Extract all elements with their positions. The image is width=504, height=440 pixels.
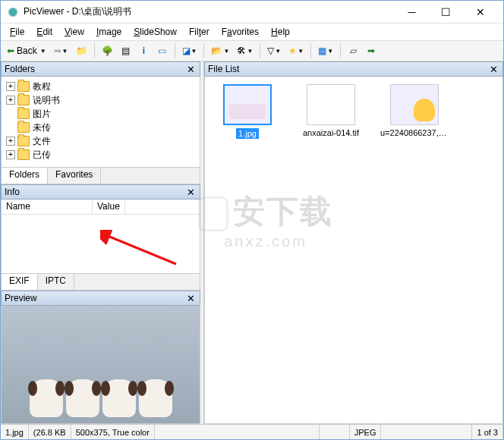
- menu-filter[interactable]: Filter: [183, 25, 216, 39]
- folder-icon: [17, 122, 30, 133]
- toolbar: ⬅ Back ▼ ➡▼ 📁 🌳 ▤ i ▭ ◪▼ 📂▼ 🛠▼ ▽▼ ★▼ ▦▼ …: [1, 40, 503, 61]
- file-list[interactable]: 1.jpg anxaizai-014.tif u=2240866237,2...: [204, 77, 503, 424]
- tree-node[interactable]: 图片: [3, 107, 198, 121]
- info-grid: Name Value: [1, 200, 200, 274]
- folder-icon: [17, 108, 30, 119]
- slide-icon: ▱: [350, 46, 357, 56]
- file-thumb[interactable]: 1.jpg: [213, 84, 282, 139]
- folder-icon: [17, 149, 30, 160]
- menu-view[interactable]: View: [58, 25, 90, 39]
- tab-exif[interactable]: EXIF: [2, 274, 38, 290]
- up-folder-icon: 📁: [76, 46, 87, 56]
- thumb-label: u=2240866237,2...: [380, 128, 449, 137]
- action2-button[interactable]: ➡: [363, 42, 380, 59]
- app-icon: [7, 6, 19, 18]
- expand-icon[interactable]: +: [6, 150, 15, 159]
- status-size: (26.8 KB: [29, 425, 71, 439]
- tool-button[interactable]: 🛠▼: [234, 42, 256, 59]
- folders-close-icon[interactable]: ✕: [184, 63, 197, 75]
- preview-close-icon[interactable]: ✕: [184, 292, 197, 304]
- info-title: Info: [5, 187, 184, 197]
- folders-header: Folders ✕: [1, 61, 200, 77]
- tree-node[interactable]: 未传: [3, 121, 198, 134]
- title-bar: PicViewer - D:\桌面\说明书 ─ ☐ ✕: [1, 1, 503, 24]
- thumb-image: [307, 84, 355, 125]
- close-button[interactable]: ✕: [463, 2, 497, 23]
- folder-icon: [17, 136, 30, 146]
- tool-icon: 🛠: [237, 46, 246, 56]
- menu-image[interactable]: Image: [90, 25, 128, 39]
- preview-header: Preview ✕: [1, 291, 200, 306]
- tab-favorites[interactable]: Favorites: [48, 168, 101, 184]
- status-bar: 1.jpg (26.8 KB 500x375, True color JPEG …: [1, 424, 503, 439]
- menu-bar: File Edit View Image SlideShow Filter Fa…: [1, 24, 503, 40]
- file-thumb[interactable]: anxaizai-014.tif: [296, 84, 366, 137]
- maximize-button[interactable]: ☐: [429, 2, 463, 23]
- thumb-image: [390, 84, 439, 125]
- info-close-icon[interactable]: ✕: [184, 186, 197, 198]
- info-button[interactable]: i: [136, 42, 153, 59]
- forward-button[interactable]: ➡▼: [51, 42, 71, 59]
- status-file: 1.jpg: [1, 425, 29, 439]
- left-tabs: Folders Favorites: [1, 168, 200, 184]
- expand-icon[interactable]: +: [6, 96, 15, 105]
- preview-icon: ▭: [158, 46, 166, 56]
- tree-button[interactable]: 🌳: [99, 42, 116, 59]
- folder-icon: [17, 81, 30, 92]
- info-col-value[interactable]: Value: [93, 200, 125, 214]
- forward-arrow-icon: ➡: [54, 46, 61, 56]
- menu-help[interactable]: Help: [265, 25, 296, 39]
- tree-icon: 🌳: [102, 46, 113, 56]
- file-thumb[interactable]: u=2240866237,2...: [380, 84, 449, 137]
- up-button[interactable]: 📁: [73, 42, 90, 59]
- preview-panel: Preview ✕: [1, 291, 200, 424]
- info-col-name[interactable]: Name: [2, 200, 93, 214]
- thumb-image: [223, 84, 272, 125]
- preview-image[interactable]: [1, 306, 200, 424]
- list-button[interactable]: ▤: [118, 42, 134, 59]
- folders-title: Folders: [5, 64, 184, 74]
- back-button[interactable]: ⬅ Back ▼: [4, 42, 49, 59]
- status-dims: 500x375, True color: [71, 425, 155, 439]
- back-arrow-icon: ⬅: [7, 46, 14, 56]
- menu-slideshow[interactable]: SlideShow: [128, 25, 183, 39]
- info-tabs: EXIF IPTC: [1, 274, 200, 291]
- right-column: File List ✕ 1.jpg anxaizai-014.tif u=224…: [203, 61, 503, 424]
- preview-button[interactable]: ▭: [154, 42, 171, 59]
- info-header: Info ✕: [1, 184, 200, 200]
- tab-iptc[interactable]: IPTC: [38, 274, 74, 290]
- tree-node[interactable]: +文件: [3, 134, 198, 148]
- folder-tree[interactable]: +教程 +说明书 图片 未传 +文件 +已传: [1, 77, 200, 168]
- status-prog1: [320, 425, 350, 439]
- thumbs-button[interactable]: ▦▼: [315, 42, 336, 59]
- expand-icon[interactable]: +: [6, 82, 15, 91]
- window-title: PicViewer - D:\桌面\说明书: [24, 5, 395, 18]
- thumb-label: 1.jpg: [236, 128, 259, 139]
- view-icon: ◪: [182, 46, 191, 56]
- annotation-arrow-icon: [100, 230, 184, 268]
- expand-icon[interactable]: +: [6, 137, 15, 146]
- menu-edit[interactable]: Edit: [30, 25, 58, 39]
- info-icon: i: [143, 46, 145, 56]
- go-icon: ➡: [367, 46, 375, 56]
- star-icon: ★: [288, 46, 297, 56]
- tree-node[interactable]: +已传: [3, 148, 198, 162]
- dropdown-icon: ▼: [40, 48, 46, 55]
- status-count: 1 of 3: [472, 425, 503, 439]
- main-area: Folders ✕ +教程 +说明书 图片 未传 +文件 +已传 Folders…: [1, 61, 503, 424]
- view-mode-button[interactable]: ◪▼: [179, 42, 200, 59]
- filter-button[interactable]: ▽▼: [264, 42, 284, 59]
- info-panel: Info ✕ Name Value EXIF IPTC: [1, 184, 200, 291]
- action1-button[interactable]: ▱: [345, 42, 361, 59]
- tree-node[interactable]: +教程: [3, 80, 198, 93]
- minimize-button[interactable]: ─: [395, 2, 429, 23]
- filelist-close-icon[interactable]: ✕: [487, 63, 499, 75]
- menu-favorites[interactable]: Favorites: [216, 25, 265, 39]
- tree-node[interactable]: +说明书: [3, 93, 198, 107]
- open-button[interactable]: 📂▼: [208, 42, 232, 59]
- tab-folders[interactable]: Folders: [2, 168, 48, 184]
- favorite-button[interactable]: ★▼: [285, 42, 307, 59]
- menu-file[interactable]: File: [4, 25, 30, 39]
- preview-title: Preview: [5, 293, 184, 303]
- list-icon: ▤: [121, 46, 130, 56]
